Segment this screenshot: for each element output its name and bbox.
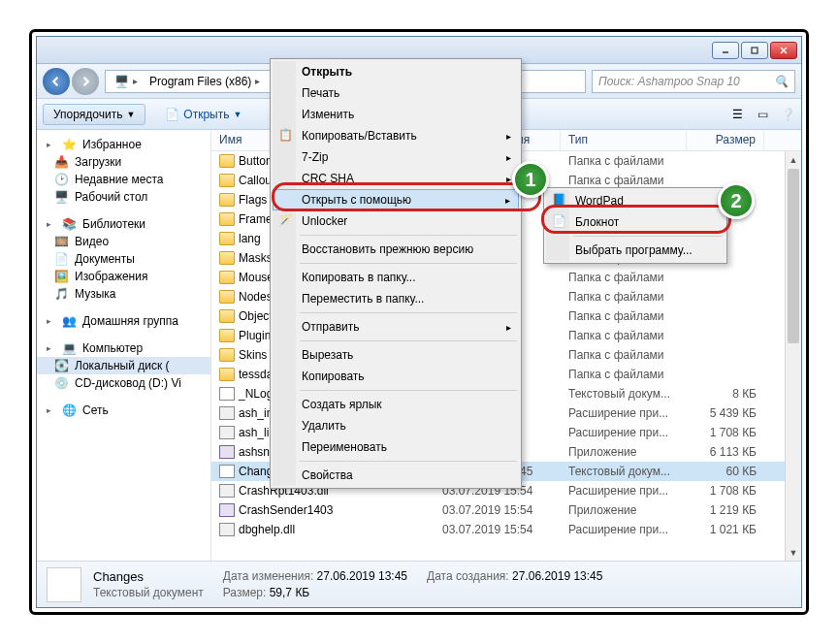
cm-cut[interactable]: Вырезать [273,344,519,366]
folder-icon [219,232,235,245]
minimize-button[interactable] [712,42,739,59]
folder-icon [219,193,235,207]
sidebar: ▸⭐Избранное 📥Загрузки 🕑Недавние места 🖥️… [37,130,211,561]
clipboard-icon: 📋 [278,128,294,144]
open-button[interactable]: 📄Открыть ▼ [155,105,251,124]
folder-icon [219,251,235,265]
organize-button[interactable]: Упорядочить ▼ [43,104,145,125]
cm-properties[interactable]: Свойства [273,465,519,486]
file-date: 03.07.2019 15:54 [435,503,561,517]
badge-1: 1 [512,161,549,198]
sidebar-recent[interactable]: 🕑Недавние места [37,171,210,188]
cm-moveto[interactable]: Переместить в папку... [273,288,519,309]
file-type: Приложение [561,503,687,517]
computer-icon: 💻 [62,341,77,355]
cm-7zip[interactable]: 7-Zip▸ [273,146,519,168]
file-size: 60 КБ [687,465,764,478]
scrollbar[interactable]: ▲ ▼ [785,151,801,561]
cd-icon: 💿 [54,376,69,390]
file-icon [47,567,81,602]
table-row[interactable]: dbghelp.dll03.07.2019 15:54Расширение пр… [211,520,801,539]
svg-rect-1 [752,48,757,53]
badge-2: 2 [718,182,755,219]
search-icon: 🔍 [774,75,789,88]
file-type: Текстовый докум... [561,387,687,401]
cm-crcsha[interactable]: CRC SHA▸ [273,168,519,189]
file-name: Nodes [239,290,273,304]
cm-sendto[interactable]: Отправить▸ [273,316,519,338]
sidebar-favorites[interactable]: ▸⭐Избранное [37,136,210,153]
cm-shortcut[interactable]: Создать ярлык [273,394,519,415]
wand-icon: 🪄 [278,213,294,229]
scroll-up-icon[interactable]: ▲ [786,151,801,168]
file-size: 1 219 КБ [687,503,764,517]
cm-openwith[interactable]: Открыть с помощью▸ [273,189,519,210]
sidebar-videos[interactable]: 🎞️Видео [37,233,210,250]
cm-print[interactable]: Печать [273,82,519,104]
sm-wordpad[interactable]: 📘WordPad [546,190,725,211]
cm-copy[interactable]: Копировать [273,366,519,387]
status-filetype: Текстовый документ [93,586,204,599]
view-button[interactable]: ☰ [729,107,745,122]
recent-icon: 🕑 [54,173,69,186]
breadcrumb-segment[interactable]: Program Files (x86) ▸ [144,71,266,92]
table-row[interactable]: CrashSender140303.07.2019 15:54Приложени… [211,500,801,520]
cm-delete[interactable]: Удалить [273,415,519,436]
sidebar-computer[interactable]: ▸💻Компьютер [37,339,210,357]
document-icon: 📄 [54,252,69,266]
sm-choose[interactable]: Выбрать программу... [546,240,725,261]
maximize-button[interactable] [741,42,768,59]
cm-rename[interactable]: Переименовать [273,436,519,458]
sm-notepad[interactable]: 📄Блокнот [546,211,725,233]
cm-copypaste[interactable]: 📋Копировать/Вставить▸ [273,125,519,146]
file-type: Папка с файлами [561,290,687,304]
file-type: Папка с файлами [561,329,687,342]
search-placeholder: Поиск: Ashampoo Snap 10 [598,75,740,88]
sidebar-downloads[interactable]: 📥Загрузки [37,153,210,171]
sidebar-documents[interactable]: 📄Документы [37,250,210,268]
scroll-down-icon[interactable]: ▼ [786,544,801,561]
file-type: Папка с файлами [561,309,687,323]
file-name: Flags [239,193,267,207]
search-input[interactable]: Поиск: Ashampoo Snap 10 🔍 [592,70,795,93]
sidebar-localdisk[interactable]: 💽Локальный диск ( [37,357,210,374]
file-name: Mouse [239,271,274,284]
cm-edit[interactable]: Изменить [273,104,519,125]
cm-copyto[interactable]: Копировать в папку... [273,267,519,288]
file-type: Расширение при... [561,523,687,536]
col-type[interactable]: Тип [561,130,687,150]
sidebar-homegroup[interactable]: ▸👥Домашняя группа [37,312,210,330]
cm-unlocker[interactable]: 🪄Unlocker [273,210,519,232]
network-icon: 🌐 [62,403,77,417]
sidebar-cddrive[interactable]: 💿CD-дисковод (D:) Vi [37,374,210,392]
file-type: Расширение при... [561,406,687,420]
cm-open[interactable]: Открыть [273,61,519,82]
downloads-icon: 📥 [54,155,69,169]
sidebar-libraries[interactable]: ▸📚Библиотеки [37,215,210,233]
preview-button[interactable]: ▭ [755,107,770,122]
scroll-thumb[interactable] [788,169,799,343]
file-name: dbghelp.dll [239,523,295,536]
sidebar-network[interactable]: ▸🌐Сеть [37,402,210,419]
folder-icon [219,154,235,168]
statusbar: Changes Дата изменения: 27.06.2019 13:45… [37,561,801,607]
col-size[interactable]: Размер [687,130,764,150]
close-button[interactable] [770,42,797,59]
cm-restore[interactable]: Восстановить прежнюю версию [273,239,519,260]
disk-icon: 💽 [54,359,69,372]
file-type: Папка с файлами [561,368,687,381]
sidebar-pictures[interactable]: 🖼️Изображения [37,268,210,285]
help-button[interactable]: ❔ [780,107,795,122]
folder-icon [219,309,235,323]
dll-icon [219,484,235,498]
file-size: 8 КБ [687,387,764,401]
library-icon: 📚 [62,217,77,231]
video-icon: 🎞️ [54,235,69,248]
forward-button[interactable] [72,68,99,95]
folder-icon [219,329,235,342]
back-button[interactable] [43,68,70,95]
txt-icon [219,465,235,478]
sidebar-desktop[interactable]: 🖥️Рабочий стол [37,188,210,206]
file-name: Masks [239,251,273,265]
sidebar-music[interactable]: 🎵Музыка [37,285,210,303]
